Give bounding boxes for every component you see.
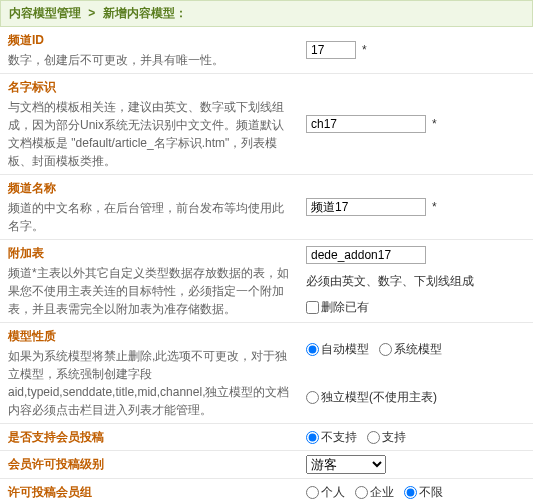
- radio-option[interactable]: 自动模型: [306, 341, 369, 358]
- form-row: 频道名称频道的中文名称，在后台管理，前台发布等均使用此名字。*: [0, 175, 533, 240]
- radio-input[interactable]: [379, 343, 392, 356]
- required-star: *: [432, 117, 437, 131]
- radio-input[interactable]: [367, 431, 380, 444]
- text-input[interactable]: [306, 115, 426, 133]
- form-row: 名字标识与文档的模板相关连，建议由英文、数字或下划线组成，因为部分Unix系统无…: [0, 74, 533, 175]
- field-title: 是否支持会员投稿: [8, 428, 292, 446]
- field-control: *: [300, 175, 533, 239]
- field-control: *: [300, 27, 533, 73]
- radio-input[interactable]: [306, 391, 319, 404]
- field-label: 附加表频道*主表以外其它自定义类型数据存放数据的表，如果您不使用主表关连的目标特…: [0, 240, 300, 322]
- field-title: 频道ID: [8, 31, 292, 49]
- radio-option[interactable]: 独立模型(不使用主表): [306, 389, 437, 406]
- form-row: 频道ID数字，创建后不可更改，并具有唯一性。*: [0, 27, 533, 74]
- field-label: 会员许可投稿级别: [0, 451, 300, 478]
- hint-text: 必须由英文、数字、下划线组成: [306, 273, 474, 290]
- radio-option[interactable]: 不支持: [306, 429, 357, 446]
- field-control: 不支持支持: [300, 424, 533, 450]
- radio-input[interactable]: [404, 486, 417, 499]
- field-title: 频道名称: [8, 179, 292, 197]
- field-title: 模型性质: [8, 327, 292, 345]
- form-row: 许可投稿会员组个人企业不限: [0, 479, 533, 500]
- field-desc: 数字，创建后不可更改，并具有唯一性。: [8, 51, 292, 69]
- radio-option[interactable]: 不限: [404, 484, 443, 501]
- field-control: 个人企业不限: [300, 479, 533, 500]
- field-control: 必须由英文、数字、下划线组成 删除已有: [300, 240, 533, 322]
- form-row: 会员许可投稿级别游客: [0, 451, 533, 479]
- field-label: 许可投稿会员组: [0, 479, 300, 500]
- field-label: 名字标识与文档的模板相关连，建议由英文、数字或下划线组成，因为部分Unix系统无…: [0, 74, 300, 174]
- field-label: 频道名称频道的中文名称，在后台管理，前台发布等均使用此名字。: [0, 175, 300, 239]
- field-label: 模型性质如果为系统模型将禁止删除,此选项不可更改，对于独立模型，系统强制创建字段…: [0, 323, 300, 423]
- field-desc: 频道的中文名称，在后台管理，前台发布等均使用此名字。: [8, 199, 292, 235]
- field-control: *: [300, 74, 533, 174]
- breadcrumb-sep: >: [88, 6, 95, 20]
- delete-checkbox[interactable]: [306, 301, 319, 314]
- field-title: 会员许可投稿级别: [8, 455, 292, 473]
- breadcrumb-b: 新增内容模型：: [103, 6, 187, 20]
- radio-input[interactable]: [306, 486, 319, 499]
- breadcrumb-a[interactable]: 内容模型管理: [9, 6, 81, 20]
- radio-input[interactable]: [355, 486, 368, 499]
- text-input[interactable]: [306, 198, 426, 216]
- field-control: 游客: [300, 451, 533, 478]
- radio-input[interactable]: [306, 343, 319, 356]
- field-control: 自动模型系统模型独立模型(不使用主表): [300, 323, 533, 423]
- text-input[interactable]: [306, 246, 426, 264]
- required-star: *: [362, 43, 367, 57]
- radio-option[interactable]: 支持: [367, 429, 406, 446]
- radio-option[interactable]: 个人: [306, 484, 345, 501]
- field-desc: 如果为系统模型将禁止删除,此选项不可更改，对于独立模型，系统强制创建字段aid,…: [8, 347, 292, 419]
- text-input[interactable]: [306, 41, 356, 59]
- form-row: 是否支持会员投稿不支持支持: [0, 424, 533, 451]
- required-star: *: [432, 200, 437, 214]
- form-row: 模型性质如果为系统模型将禁止删除,此选项不可更改，对于独立模型，系统强制创建字段…: [0, 323, 533, 424]
- field-label: 是否支持会员投稿: [0, 424, 300, 450]
- select-input[interactable]: 游客: [306, 455, 386, 474]
- field-label: 频道ID数字，创建后不可更改，并具有唯一性。: [0, 27, 300, 73]
- field-desc: 频道*主表以外其它自定义类型数据存放数据的表，如果您不使用主表关连的目标特性，必…: [8, 264, 292, 318]
- form-row: 附加表频道*主表以外其它自定义类型数据存放数据的表，如果您不使用主表关连的目标特…: [0, 240, 533, 323]
- delete-label[interactable]: 删除已有: [306, 299, 369, 316]
- radio-option[interactable]: 系统模型: [379, 341, 442, 358]
- field-title: 附加表: [8, 244, 292, 262]
- field-title: 许可投稿会员组: [8, 483, 292, 500]
- field-desc: 与文档的模板相关连，建议由英文、数字或下划线组成，因为部分Unix系统无法识别中…: [8, 98, 292, 170]
- breadcrumb: 内容模型管理 > 新增内容模型：: [0, 0, 533, 27]
- radio-option[interactable]: 企业: [355, 484, 394, 501]
- form-body: 频道ID数字，创建后不可更改，并具有唯一性。*名字标识与文档的模板相关连，建议由…: [0, 27, 533, 500]
- field-title: 名字标识: [8, 78, 292, 96]
- radio-input[interactable]: [306, 431, 319, 444]
